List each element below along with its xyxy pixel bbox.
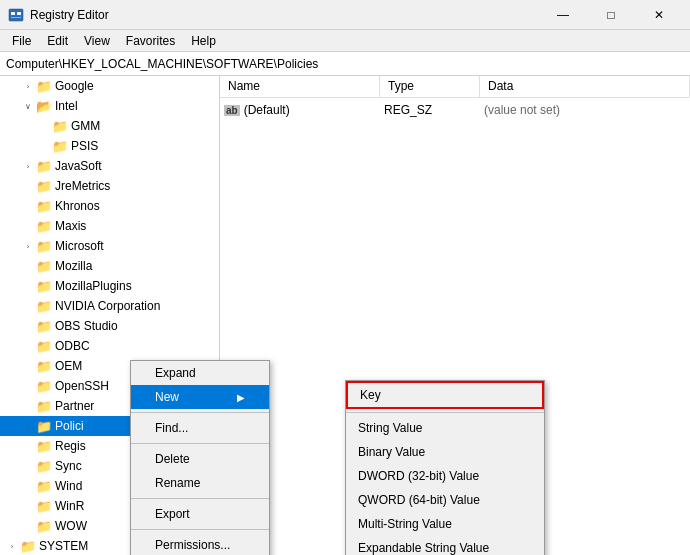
expand-icon: › bbox=[20, 242, 36, 251]
menu-help[interactable]: Help bbox=[183, 32, 224, 50]
sub-item-dword[interactable]: DWORD (32-bit) Value bbox=[346, 464, 544, 488]
ctx-delete[interactable]: Delete bbox=[131, 447, 269, 471]
title-bar: Registry Editor — □ ✕ bbox=[0, 0, 690, 30]
tree-label: Google bbox=[55, 79, 94, 93]
tree-label: Intel bbox=[55, 99, 78, 113]
ctx-permissions-label: Permissions... bbox=[155, 538, 230, 552]
close-button[interactable]: ✕ bbox=[636, 0, 682, 30]
sub-item-binary[interactable]: Binary Value bbox=[346, 440, 544, 464]
menu-bar: File Edit View Favorites Help bbox=[0, 30, 690, 52]
submenu-arrow: ▶ bbox=[237, 392, 245, 403]
ctx-rename[interactable]: Rename bbox=[131, 471, 269, 495]
tree-item-maxis[interactable]: 📁 Maxis bbox=[0, 216, 219, 236]
tree-label: PSIS bbox=[71, 139, 98, 153]
folder-icon: 📁 bbox=[36, 519, 52, 534]
ctx-export[interactable]: Export bbox=[131, 502, 269, 526]
ctx-separator-1 bbox=[131, 412, 269, 413]
window-controls: — □ ✕ bbox=[540, 0, 682, 30]
tree-label: ODBC bbox=[55, 339, 90, 353]
folder-icon: 📁 bbox=[36, 219, 52, 234]
ctx-delete-label: Delete bbox=[155, 452, 190, 466]
tree-label: Khronos bbox=[55, 199, 100, 213]
folder-icon: 📁 bbox=[52, 139, 68, 154]
tree-label: Sync bbox=[55, 459, 82, 473]
folder-icon: 📁 bbox=[36, 339, 52, 354]
ctx-new[interactable]: New ▶ bbox=[131, 385, 269, 409]
table-row[interactable]: ab (Default) REG_SZ (value not set) bbox=[220, 100, 690, 120]
svg-rect-2 bbox=[17, 12, 21, 15]
entry-name: (Default) bbox=[244, 103, 290, 117]
cell-name: ab (Default) bbox=[224, 103, 384, 117]
svg-rect-0 bbox=[9, 9, 23, 21]
folder-icon: 📁 bbox=[36, 359, 52, 374]
tree-label: Partner bbox=[55, 399, 94, 413]
folder-icon: 📁 bbox=[52, 119, 68, 134]
window-title: Registry Editor bbox=[30, 8, 109, 22]
folder-icon: 📁 bbox=[36, 259, 52, 274]
tree-item-google[interactable]: › 📁 Google bbox=[0, 76, 219, 96]
tree-label: Polici bbox=[55, 419, 84, 433]
folder-icon: 📁 bbox=[36, 419, 52, 434]
expand-icon: › bbox=[20, 82, 36, 91]
tree-item-odbc[interactable]: 📁 ODBC bbox=[0, 336, 219, 356]
expand-icon: ∨ bbox=[20, 102, 36, 111]
col-header-name: Name bbox=[220, 76, 380, 97]
tree-label: OEM bbox=[55, 359, 82, 373]
minimize-button[interactable]: — bbox=[540, 0, 586, 30]
column-headers: Name Type Data bbox=[220, 76, 690, 98]
sub-dword-label: DWORD (32-bit) Value bbox=[358, 469, 479, 483]
app-icon bbox=[8, 7, 24, 23]
tree-item-microsoft[interactable]: › 📁 Microsoft bbox=[0, 236, 219, 256]
tree-item-mozillaplugins[interactable]: 📁 MozillaPlugins bbox=[0, 276, 219, 296]
sub-item-key[interactable]: Key bbox=[346, 381, 544, 409]
expand-icon: › bbox=[4, 542, 20, 551]
menu-favorites[interactable]: Favorites bbox=[118, 32, 183, 50]
folder-icon: 📁 bbox=[36, 399, 52, 414]
folder-icon: 📁 bbox=[36, 179, 52, 194]
sub-separator bbox=[346, 412, 544, 413]
tree-item-mozilla[interactable]: 📁 Mozilla bbox=[0, 256, 219, 276]
menu-file[interactable]: File bbox=[4, 32, 39, 50]
tree-item-intel[interactable]: ∨ 📂 Intel bbox=[0, 96, 219, 116]
ctx-find[interactable]: Find... bbox=[131, 416, 269, 440]
tree-item-obs[interactable]: 📁 OBS Studio bbox=[0, 316, 219, 336]
cell-type: REG_SZ bbox=[384, 103, 484, 117]
sub-item-multi[interactable]: Multi-String Value bbox=[346, 512, 544, 536]
tree-label: Maxis bbox=[55, 219, 86, 233]
sub-multi-label: Multi-String Value bbox=[358, 517, 452, 531]
menu-edit[interactable]: Edit bbox=[39, 32, 76, 50]
value-icon: ab bbox=[224, 105, 240, 116]
ctx-permissions[interactable]: Permissions... bbox=[131, 533, 269, 555]
folder-icon: 📁 bbox=[36, 279, 52, 294]
tree-label: OpenSSH bbox=[55, 379, 109, 393]
tree-item-psis[interactable]: 📁 PSIS bbox=[0, 136, 219, 156]
menu-view[interactable]: View bbox=[76, 32, 118, 50]
sub-expandable-label: Expandable String Value bbox=[358, 541, 489, 555]
col-header-data: Data bbox=[480, 76, 690, 97]
tree-item-khronos[interactable]: 📁 Khronos bbox=[0, 196, 219, 216]
tree-label: Wind bbox=[55, 479, 82, 493]
ctx-export-label: Export bbox=[155, 507, 190, 521]
ctx-separator-3 bbox=[131, 498, 269, 499]
submenu[interactable]: Key String Value Binary Value DWORD (32-… bbox=[345, 380, 545, 555]
tree-item-javasoft[interactable]: › 📁 JavaSoft bbox=[0, 156, 219, 176]
address-bar: Computer\HKEY_LOCAL_MACHINE\SOFTWARE\Pol… bbox=[0, 52, 690, 76]
folder-icon: 📁 bbox=[36, 459, 52, 474]
folder-icon: 📁 bbox=[36, 159, 52, 174]
tree-item-nvidia[interactable]: 📁 NVIDIA Corporation bbox=[0, 296, 219, 316]
ctx-expand[interactable]: Expand bbox=[131, 361, 269, 385]
maximize-button[interactable]: □ bbox=[588, 0, 634, 30]
tree-item-jremetrics[interactable]: 📁 JreMetrics bbox=[0, 176, 219, 196]
ctx-expand-label: Expand bbox=[155, 366, 196, 380]
ctx-rename-label: Rename bbox=[155, 476, 200, 490]
folder-icon: 📁 bbox=[36, 239, 52, 254]
tree-item-gmm[interactable]: 📁 GMM bbox=[0, 116, 219, 136]
context-menu[interactable]: Expand New ▶ Find... Delete Rename Expor… bbox=[130, 360, 270, 555]
sub-item-string[interactable]: String Value bbox=[346, 416, 544, 440]
tree-label: JavaSoft bbox=[55, 159, 102, 173]
sub-item-expandable[interactable]: Expandable String Value bbox=[346, 536, 544, 555]
tree-label: Microsoft bbox=[55, 239, 104, 253]
sub-item-qword[interactable]: QWORD (64-bit) Value bbox=[346, 488, 544, 512]
svg-rect-1 bbox=[11, 12, 15, 15]
address-path: Computer\HKEY_LOCAL_MACHINE\SOFTWARE\Pol… bbox=[6, 57, 318, 71]
